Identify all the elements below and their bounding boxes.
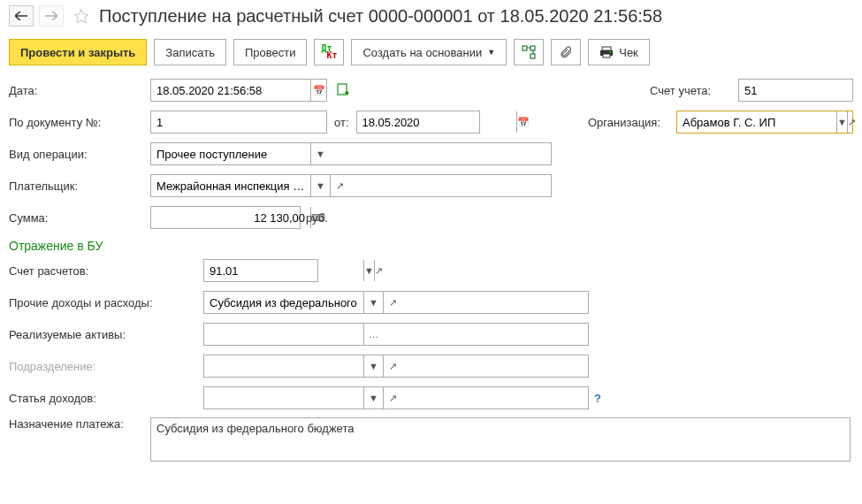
currency-label: руб. bbox=[306, 211, 328, 225]
refresh-icon[interactable] bbox=[336, 82, 350, 99]
dt-kt-button[interactable]: ДтКт bbox=[314, 39, 344, 65]
svg-rect-5 bbox=[603, 54, 610, 57]
sum-label: Сумма: bbox=[9, 211, 150, 225]
assets-more-icon[interactable]: … bbox=[363, 324, 383, 345]
check-button[interactable]: Чек bbox=[588, 39, 650, 65]
post-button[interactable]: Провести bbox=[233, 39, 308, 65]
printer-icon bbox=[599, 46, 614, 58]
payer-dropdown-icon[interactable]: ▼ bbox=[310, 175, 330, 196]
settlement-label: Счет расчетов: bbox=[9, 264, 203, 278]
payer-label: Плательщик: bbox=[9, 179, 150, 193]
forward-button bbox=[39, 5, 64, 27]
settlement-dropdown-icon[interactable]: ▼ bbox=[363, 260, 374, 281]
purpose-textarea[interactable]: Субсидия из федерального бюджета bbox=[150, 417, 851, 462]
svg-rect-0 bbox=[523, 46, 527, 50]
svg-rect-1 bbox=[530, 46, 535, 50]
help-icon[interactable]: ? bbox=[594, 392, 601, 405]
optype-input[interactable] bbox=[151, 143, 310, 164]
other-income-label: Прочие доходы и расходы: bbox=[9, 296, 203, 309]
save-button[interactable]: Записать bbox=[154, 39, 226, 65]
favorite-icon[interactable] bbox=[72, 7, 90, 25]
other-income-dropdown-icon[interactable]: ▼ bbox=[363, 292, 383, 313]
check-label: Чек bbox=[619, 46, 638, 59]
org-label: Организация: bbox=[588, 116, 676, 129]
income-item-label: Статья доходов: bbox=[9, 392, 203, 405]
payer-input[interactable] bbox=[151, 175, 310, 196]
docdate-input[interactable] bbox=[357, 111, 516, 133]
svg-point-6 bbox=[609, 51, 611, 53]
chevron-down-icon: ▼ bbox=[487, 48, 495, 57]
attach-button[interactable] bbox=[551, 39, 581, 65]
account-label: Счет учета: bbox=[650, 84, 738, 97]
account-input[interactable] bbox=[739, 80, 862, 101]
page-title: Поступление на расчетный счет 0000-00000… bbox=[99, 6, 662, 27]
org-open-icon[interactable]: ↗ bbox=[847, 111, 856, 133]
date-input[interactable] bbox=[151, 80, 310, 101]
create-based-button[interactable]: Создать на основании ▼ bbox=[351, 39, 507, 65]
optype-dropdown-icon[interactable]: ▼ bbox=[310, 143, 330, 164]
settlement-input[interactable] bbox=[204, 260, 363, 281]
income-item-open-icon[interactable]: ↗ bbox=[383, 387, 402, 409]
docnum-label: По документу №: bbox=[9, 116, 150, 129]
docnum-input[interactable] bbox=[151, 111, 310, 133]
payer-open-icon[interactable]: ↗ bbox=[330, 175, 349, 196]
division-open-icon[interactable]: ↗ bbox=[383, 355, 402, 377]
post-close-button[interactable]: Провести и закрыть bbox=[9, 39, 147, 65]
other-income-input[interactable] bbox=[204, 292, 363, 313]
calendar-icon[interactable]: 📅 bbox=[310, 80, 326, 101]
assets-label: Реализуемые активы: bbox=[9, 328, 203, 341]
income-item-dropdown-icon[interactable]: ▼ bbox=[363, 387, 383, 409]
org-input[interactable] bbox=[677, 111, 836, 133]
from-label: от: bbox=[334, 116, 349, 129]
back-button[interactable] bbox=[9, 5, 34, 27]
division-label: Подразделение: bbox=[9, 360, 203, 373]
optype-label: Вид операции: bbox=[9, 148, 150, 161]
org-dropdown-icon[interactable]: ▼ bbox=[836, 111, 847, 133]
bu-section-title: Отражение в БУ bbox=[9, 239, 853, 253]
svg-rect-2 bbox=[530, 54, 535, 58]
purpose-label: Назначение платежа: bbox=[9, 417, 150, 431]
division-input[interactable] bbox=[204, 355, 363, 377]
assets-input[interactable] bbox=[204, 324, 363, 345]
date-label: Дата: bbox=[9, 84, 150, 97]
structure-button[interactable] bbox=[514, 39, 544, 65]
create-based-label: Создать на основании bbox=[362, 46, 482, 59]
income-item-input[interactable] bbox=[204, 387, 363, 409]
division-dropdown-icon[interactable]: ▼ bbox=[363, 355, 383, 377]
sum-input[interactable] bbox=[151, 207, 310, 228]
settlement-open-icon[interactable]: ↗ bbox=[374, 260, 383, 281]
other-income-open-icon[interactable]: ↗ bbox=[383, 292, 402, 313]
dt-kt-icon: ДтКт bbox=[321, 45, 337, 59]
docdate-calendar-icon[interactable]: 📅 bbox=[516, 111, 530, 133]
svg-rect-3 bbox=[602, 47, 611, 50]
